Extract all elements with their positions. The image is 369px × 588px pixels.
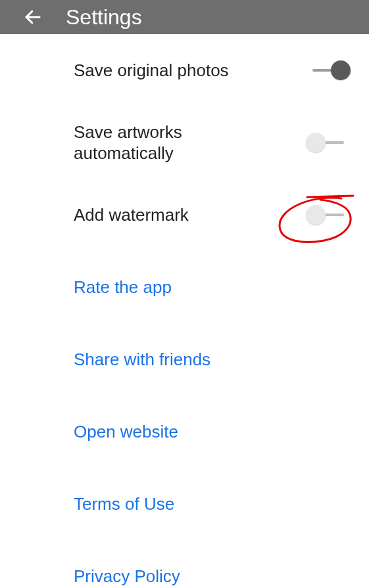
toggle-add-watermark[interactable] <box>308 205 348 225</box>
settings-list: Save original photos Save artworks autom… <box>0 34 369 588</box>
toggle-save-original-photos[interactable] <box>308 60 348 80</box>
link-rate-the-app[interactable]: Rate the app <box>74 251 348 323</box>
header-bar: Settings <box>0 0 369 34</box>
toggle-thumb <box>306 133 326 152</box>
setting-label: Add watermark <box>74 204 189 226</box>
link-label: Share with friends <box>74 349 210 371</box>
link-label: Terms of Use <box>74 493 174 515</box>
setting-label: Save original photos <box>74 60 229 81</box>
settings-screen: Settings Save original photos Save artwo… <box>0 0 369 588</box>
link-open-website[interactable]: Open website <box>74 396 348 468</box>
setting-label: Save artworks automatically <box>74 122 284 164</box>
toggle-thumb <box>331 60 351 80</box>
setting-save-artworks-automatically[interactable]: Save artworks automatically <box>74 106 348 179</box>
back-button[interactable] <box>16 0 50 34</box>
link-share-with-friends[interactable]: Share with friends <box>74 323 348 396</box>
link-label: Open website <box>74 421 178 443</box>
link-terms-of-use[interactable]: Terms of Use <box>74 468 348 540</box>
toggle-thumb <box>306 205 326 225</box>
setting-add-watermark[interactable]: Add watermark <box>74 179 348 251</box>
toggle-save-artworks[interactable] <box>308 133 348 152</box>
link-privacy-policy[interactable]: Privacy Policy <box>74 540 348 588</box>
setting-save-original-photos[interactable]: Save original photos <box>74 34 348 106</box>
page-title: Settings <box>66 5 142 30</box>
arrow-left-icon <box>23 7 43 27</box>
link-label: Privacy Policy <box>74 566 180 587</box>
link-label: Rate the app <box>74 277 172 298</box>
